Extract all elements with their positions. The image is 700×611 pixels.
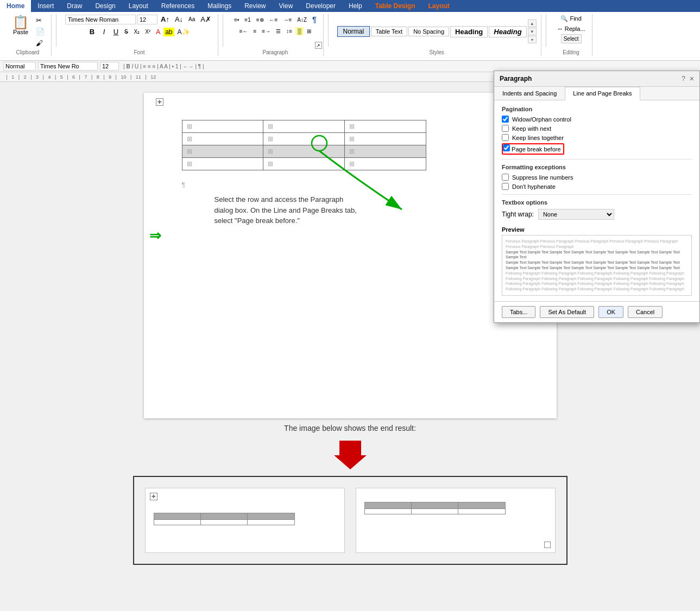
cut-button[interactable]: ✂	[34, 15, 47, 26]
styles-scroll-down[interactable]: ▼	[528, 28, 537, 35]
separator-1	[56, 14, 56, 47]
decrease-font-button[interactable]: A↓	[173, 14, 185, 24]
styles-expand[interactable]: ▾	[528, 36, 537, 43]
line-spacing-button[interactable]: ↕≡	[284, 27, 294, 35]
highlight-button[interactable]: ab	[163, 28, 174, 36]
page-break-checkbox[interactable]	[503, 144, 510, 151]
tab-layout2[interactable]: Layout	[422, 0, 456, 12]
subscript-button[interactable]: X₂	[131, 28, 142, 36]
tabs-button[interactable]: Tabs...	[502, 306, 535, 318]
tab-review[interactable]: Review	[238, 0, 272, 12]
formula-bar-size[interactable]	[100, 62, 119, 71]
table-cell: ⊠	[263, 158, 345, 170]
paragraph-dialog: Paragraph ? × Indents and Spacing Line a…	[494, 71, 700, 323]
style-heading1[interactable]: Heading	[450, 26, 488, 37]
cancel-button[interactable]: Cancel	[628, 306, 663, 318]
instruction-text: Select the row and access the Paragraph …	[215, 194, 535, 226]
copy-button[interactable]: 📄	[34, 27, 47, 37]
tab-mailings[interactable]: Mailings	[201, 0, 238, 12]
style-normal[interactable]: Normal	[337, 26, 370, 37]
tab-line-page-breaks[interactable]: Line and Page Breaks	[565, 87, 640, 100]
mini-resize-handle	[544, 542, 551, 548]
formula-bar-font[interactable]	[38, 62, 98, 71]
justify-button[interactable]: ☰	[274, 27, 283, 35]
sort-button[interactable]: A↕Z	[295, 16, 309, 24]
style-heading2[interactable]: Heading	[489, 26, 526, 37]
select-button[interactable]: Select	[561, 34, 582, 43]
table-cell: ⊠	[263, 120, 345, 133]
tab-table-design[interactable]: Table Design	[369, 0, 422, 12]
bullets-button[interactable]: ≡•	[232, 16, 241, 24]
tab-view[interactable]: View	[273, 0, 300, 12]
shading-button[interactable]: ▒	[295, 27, 304, 35]
tab-draw[interactable]: Draw	[60, 0, 89, 12]
font-name-input[interactable]	[65, 15, 136, 24]
font-color-button[interactable]: A	[154, 27, 162, 37]
instruction-line2: dialog box. On the Line and Page Breaks …	[215, 206, 357, 214]
style-name-box[interactable]	[3, 62, 36, 71]
table-cell: ⊠	[182, 120, 263, 133]
ribbon-body: 📋 Paste ✂ 📄 🖌 Clipboard A↑ A↓ Aa A✗ B	[0, 12, 700, 61]
paste-icon: 📋	[12, 16, 29, 29]
ribbon-group-editing: 🔍 Find ↔ Repla... Select Editing	[551, 14, 592, 56]
table-row-highlighted: ⊠ ⊠ ⊠	[182, 145, 426, 158]
table-cell: ⊠	[344, 120, 426, 133]
style-table-text[interactable]: Table Text	[371, 27, 407, 36]
italic-button[interactable]: I	[98, 27, 109, 37]
replace-button[interactable]: ↔ Repla...	[555, 24, 588, 33]
tab-layout[interactable]: Layout	[122, 0, 155, 12]
font-size-input[interactable]	[137, 15, 157, 24]
styles-label: Styles	[430, 49, 444, 55]
tab-developer[interactable]: Developer	[299, 0, 342, 12]
multilevel-button[interactable]: ≡⊕	[254, 16, 266, 24]
dialog-help-button[interactable]: ?	[682, 74, 685, 83]
tab-indents-spacing[interactable]: Indents and Spacing	[494, 87, 565, 100]
superscript-button[interactable]: X²	[143, 28, 153, 36]
paste-button[interactable]: 📋 Paste	[9, 14, 33, 37]
tab-help[interactable]: Help	[342, 0, 369, 12]
word-table: ⊠ ⊠ ⊠ ⊠ ⊠ ⊠ ⊠ ⊠ ⊠ ⊠ ⊠ ⊠	[182, 120, 426, 170]
find-button[interactable]: 🔍 Find	[558, 14, 583, 23]
widow-checkbox[interactable]	[502, 116, 509, 123]
increase-font-button[interactable]: A↑	[159, 14, 172, 24]
mini-row	[154, 520, 294, 525]
keep-next-checkbox[interactable]	[502, 125, 509, 132]
numbering-button[interactable]: ≡1	[242, 16, 253, 24]
mini-table-right	[364, 502, 506, 514]
align-right-button[interactable]: ≡→	[260, 27, 273, 35]
dialog-tabs: Indents and Spacing Line and Page Breaks	[494, 87, 699, 100]
tab-design[interactable]: Design	[89, 0, 122, 12]
decrease-indent-button[interactable]: ←≡	[267, 16, 280, 24]
keep-together-checkbox[interactable]	[502, 134, 509, 141]
show-formatting-button[interactable]: ¶	[310, 14, 319, 25]
underline-button[interactable]: U	[110, 27, 121, 37]
style-no-spacing[interactable]: No Spacing	[408, 27, 449, 36]
table-cell: ⊠	[344, 145, 426, 158]
ok-button[interactable]: OK	[598, 306, 623, 318]
increase-indent-button[interactable]: →≡	[281, 16, 294, 24]
tab-home[interactable]: Home	[0, 0, 31, 12]
tab-references[interactable]: References	[155, 0, 201, 12]
borders-button[interactable]: ⊞	[305, 27, 313, 35]
preview-box: Previous Paragraph Previous Paragraph Pr…	[502, 235, 692, 296]
styles-scroll-up[interactable]: ▲	[528, 20, 537, 27]
tight-wrap-select[interactable]: None First and last lines All except fir…	[538, 209, 614, 220]
dialog-close-button[interactable]: ×	[690, 74, 694, 83]
font-label: Font	[134, 49, 144, 55]
text-effects-button[interactable]: A✨	[175, 27, 192, 37]
set-as-default-button[interactable]: Set As Default	[540, 306, 594, 318]
clear-format-button[interactable]: A✗	[198, 14, 213, 24]
paragraph-dialog-launcher[interactable]: ↗	[315, 42, 322, 49]
align-left-button[interactable]: ≡←	[237, 27, 250, 35]
align-center-button[interactable]: ≡	[251, 27, 259, 35]
suppress-checkbox[interactable]	[502, 174, 509, 181]
hyphenate-checkbox[interactable]	[502, 183, 509, 190]
bold-button[interactable]: B	[86, 27, 97, 37]
checkbox-keep-together: Keep lines together	[502, 134, 692, 141]
format-painter-button[interactable]: 🖌	[34, 38, 47, 48]
table-row-1: ⊠ ⊠ ⊠	[182, 120, 426, 133]
change-case-button[interactable]: Aa	[186, 15, 197, 23]
strikethrough-button[interactable]: S̶	[122, 27, 130, 36]
tab-insert[interactable]: Insert	[31, 0, 60, 12]
table-move-handle[interactable]: ✛	[156, 98, 163, 106]
